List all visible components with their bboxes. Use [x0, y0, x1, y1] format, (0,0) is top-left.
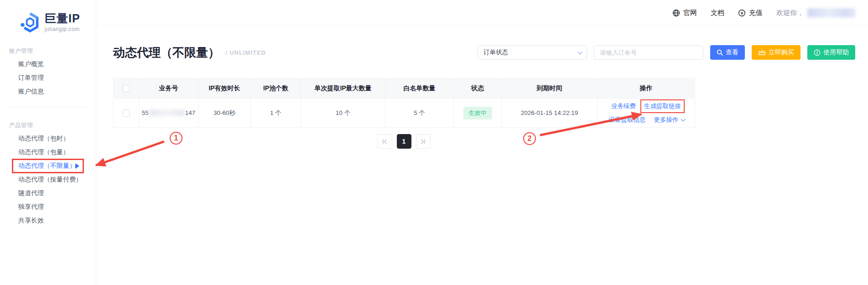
- cell-operations: 业务续费 生成提取链接 设置提取信息 更多操作: [598, 98, 695, 128]
- last-page-button[interactable]: [416, 134, 431, 149]
- search-button[interactable]: 查看: [710, 45, 745, 60]
- buy-now-button-label: 立即购买: [769, 48, 794, 57]
- col-status: 状态: [454, 78, 502, 98]
- col-pool-count: IP池个数: [251, 78, 301, 98]
- sidebar-item-label: 隧道代理: [18, 189, 44, 197]
- col-ip-duration: IP有效时长: [198, 78, 251, 98]
- sidebar-divider: [9, 107, 87, 107]
- status-badge: 生效中: [463, 107, 492, 119]
- col-operations: 操作: [598, 78, 695, 98]
- sidebar-item-label: 订单管理: [18, 74, 44, 82]
- sidebar-item-label: 账户信息: [18, 88, 44, 96]
- brand-name: 巨量IP: [45, 12, 80, 25]
- recharge-yuan-icon: ¥: [738, 9, 746, 17]
- business-no-prefix: 55: [142, 109, 149, 116]
- nav-label: 官网: [683, 9, 697, 17]
- set-extract-info-link[interactable]: 设置提取信息: [609, 116, 646, 124]
- brand-text: 巨量IP juliangip.com: [45, 12, 80, 32]
- sidebar: 巨量IP juliangip.com 账户管理 账户概览 订单管理 账户信息 产…: [0, 0, 96, 285]
- cell-pool-count: 1 个: [251, 98, 301, 128]
- svg-text:¥: ¥: [741, 10, 743, 15]
- row-checkbox[interactable]: [123, 109, 130, 117]
- current-page-button[interactable]: 1: [397, 134, 411, 149]
- operations-line-1: 业务续费 生成提取链接: [598, 99, 695, 113]
- operations-line-2: 设置提取信息 更多操作: [598, 113, 695, 127]
- sidebar-item-label: 账户概览: [18, 60, 44, 68]
- sidebar-item-dynamic-volume[interactable]: 动态代理（包量）: [0, 145, 96, 159]
- table-row: 55147 30-60秒 1 个 10 个 5 个 生效中 2026-01-15…: [114, 98, 695, 128]
- filter-group: 订单状态 查看 立即购买: [478, 45, 855, 60]
- page-subtitle: / UNLIMITED: [225, 49, 266, 56]
- page-title: 动态代理（不限量）: [113, 45, 220, 61]
- sidebar-item-label: 动态代理（包时）: [18, 135, 69, 143]
- business-no-redacted: [149, 109, 185, 116]
- sidebar-item-label: 独享代理: [18, 203, 44, 211]
- help-button-label: 使用帮助: [823, 48, 849, 57]
- first-page-icon: [382, 139, 388, 145]
- sidebar-item-tunnel-proxy[interactable]: 隧道代理: [0, 187, 96, 200]
- more-actions-link[interactable]: 更多操作: [654, 116, 684, 124]
- pagination: 1: [113, 134, 695, 149]
- welcome-text: 欢迎你，: [776, 9, 804, 17]
- sidebar-item-shared-longterm[interactable]: 共享长效: [0, 214, 96, 228]
- cell-whitelist-count: 5 个: [385, 98, 454, 128]
- sidebar-item-account-overview[interactable]: 账户概览: [0, 57, 96, 71]
- cell-status: 生效中: [454, 98, 502, 128]
- crown-icon: [758, 50, 766, 56]
- top-navigation: 官网 文档 ¥ 充值 欢迎你，: [97, 0, 868, 26]
- brand-logo-icon: [20, 12, 40, 33]
- table-header-row: 业务号 IP有效时长 IP池个数 单次提取IP最大数量 白名单数量 状态 到期时…: [114, 78, 695, 98]
- select-all-checkbox[interactable]: [123, 85, 130, 92]
- nav-docs[interactable]: 文档: [711, 9, 724, 17]
- sidebar-item-label: 动态代理（包量）: [18, 148, 69, 156]
- sidebar-item-dynamic-hourly[interactable]: 动态代理（包时）: [0, 132, 96, 145]
- cell-max-extract: 10 个: [301, 98, 385, 128]
- first-page-button[interactable]: [378, 134, 392, 149]
- header-select-all: [114, 78, 139, 98]
- order-status-select[interactable]: 订单状态: [478, 45, 587, 60]
- content-area: 动态代理（不限量） / UNLIMITED 订单状态 查看: [97, 26, 868, 149]
- main-area: 官网 文档 ¥ 充值 欢迎你， 动态代理（不限量） / UNLIMITED 订单…: [97, 0, 868, 285]
- username-redacted: [807, 8, 855, 17]
- sidebar-item-account-info[interactable]: 账户信息: [0, 85, 96, 98]
- nav-label: 充值: [749, 9, 763, 17]
- nav-label: 文档: [711, 9, 724, 17]
- cell-business-no: 55147: [139, 98, 198, 128]
- brand-logo: 巨量IP juliangip.com: [0, 0, 96, 33]
- buy-now-button[interactable]: 立即购买: [752, 45, 800, 60]
- info-icon: [814, 49, 821, 56]
- sidebar-section-products: 产品管理: [0, 119, 96, 132]
- order-number-input[interactable]: [594, 45, 703, 60]
- generate-extract-link[interactable]: 生成提取链接: [644, 102, 681, 110]
- nav-recharge[interactable]: ¥ 充值: [738, 9, 763, 17]
- sidebar-section-account: 账户管理: [0, 45, 96, 57]
- sidebar-item-label: 动态代理（不限量）: [18, 162, 76, 170]
- globe-icon: [672, 9, 680, 17]
- page-toolbar: 动态代理（不限量） / UNLIMITED 订单状态 查看: [113, 42, 855, 62]
- sidebar-item-dynamic-payg[interactable]: 动态代理（按量付费）: [0, 173, 96, 187]
- orders-table: 业务号 IP有效时长 IP池个数 单次提取IP最大数量 白名单数量 状态 到期时…: [113, 78, 855, 149]
- business-no-suffix: 147: [185, 109, 196, 116]
- sidebar-item-exclusive-proxy[interactable]: 独享代理: [0, 200, 96, 214]
- col-expire-time: 到期时间: [502, 78, 598, 98]
- annotation-step-1: 1: [170, 132, 182, 145]
- active-item-arrow-icon: [75, 163, 79, 169]
- col-business-no: 业务号: [139, 78, 198, 98]
- sidebar-item-order-management[interactable]: 订单管理: [0, 71, 96, 85]
- more-actions-label: 更多操作: [654, 116, 679, 123]
- search-icon: [717, 49, 723, 56]
- cell-expire-time: 2026-01-15 14:22:19: [502, 98, 598, 128]
- col-max-extract: 单次提取IP最大数量: [301, 78, 385, 98]
- cell-ip-duration: 30-60秒: [198, 98, 251, 128]
- search-button-label: 查看: [726, 48, 738, 57]
- chevron-down-icon: [681, 117, 685, 121]
- help-button[interactable]: 使用帮助: [807, 45, 855, 60]
- last-page-icon: [420, 139, 426, 145]
- nav-official-site[interactable]: 官网: [672, 9, 697, 17]
- renew-link[interactable]: 业务续费: [611, 102, 636, 110]
- col-whitelist-count: 白名单数量: [385, 78, 454, 98]
- chevron-down-icon: [578, 50, 582, 54]
- sidebar-item-dynamic-unlimited[interactable]: 动态代理（不限量）: [0, 159, 96, 173]
- sidebar-item-label: 动态代理（按量付费）: [18, 176, 82, 184]
- welcome-area: 欢迎你，: [776, 8, 855, 17]
